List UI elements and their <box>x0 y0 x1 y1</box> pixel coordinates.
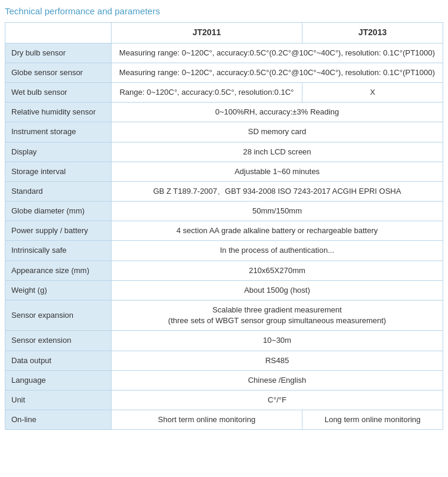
table-row: Data outputRS485 <box>5 351 443 370</box>
row-label: Unit <box>5 390 112 410</box>
row-value: 0~100%RH, accuracy:±3% Reading <box>112 103 443 122</box>
row-label: Sensor expansion <box>5 301 112 331</box>
row-value: Measuring range: 0~120C°, accuracy:0.5C°… <box>112 63 443 82</box>
row-label: Instrument storage <box>5 122 112 142</box>
row-value-left: Range: 0~120C°, accuracy:0.5C°, resoluti… <box>112 82 302 102</box>
row-label: Sensor extension <box>5 331 112 351</box>
table-row: Globe diameter (mm)50mm/150mm <box>5 202 443 221</box>
row-value: Measuring range: 0~120C°, accuracy:0.5C°… <box>112 43 443 63</box>
row-label: Standard <box>5 181 112 201</box>
table-row: On-lineShort term online monitoringLong … <box>5 410 443 430</box>
table-row: UnitC°/°F <box>5 390 443 410</box>
row-label: Power supply / battery <box>5 221 112 241</box>
row-value-right: X <box>302 82 443 102</box>
table-row: Appearance size (mm)210x65X270mm <box>5 261 443 280</box>
table-row: Instrument storageSD memory card <box>5 122 443 142</box>
row-value: 50mm/150mm <box>112 202 443 221</box>
row-value-right: Long term online monitoring <box>302 410 443 430</box>
row-label: Dry bulb sensor <box>5 43 112 63</box>
row-value: Adjustable 1~60 minutes <box>112 162 443 181</box>
params-table: JT2011 JT2013 Dry bulb sensorMeasuring r… <box>5 22 443 430</box>
page-title: Technical performance and parameters <box>5 6 443 16</box>
row-label: Data output <box>5 351 112 370</box>
row-label: Language <box>5 370 112 390</box>
row-label: Appearance size (mm) <box>5 261 112 280</box>
row-label: Globe diameter (mm) <box>5 202 112 221</box>
row-label: Display <box>5 142 112 162</box>
table-row: Power supply / battery4 section AA grade… <box>5 221 443 241</box>
row-value: GB Z T189.7-2007、GBT 934-2008 ISO 7243-2… <box>112 181 443 201</box>
row-value: About 1500g (host) <box>112 280 443 300</box>
row-label: Wet bulb sensor <box>5 82 112 102</box>
header-empty <box>5 23 112 44</box>
row-value: In the process of authentication... <box>112 241 443 261</box>
table-row: Display28 inch LCD screen <box>5 142 443 162</box>
table-row: Intrinsically safeIn the process of auth… <box>5 241 443 261</box>
table-row: Storage intervalAdjustable 1~60 minutes <box>5 162 443 181</box>
row-value: 28 inch LCD screen <box>112 142 443 162</box>
row-value: 10~30m <box>112 331 443 351</box>
row-value: 4 section AA grade alkaline battery or r… <box>112 221 443 241</box>
table-row: Dry bulb sensorMeasuring range: 0~120C°,… <box>5 43 443 63</box>
row-label: Relative humidity sensor <box>5 103 112 122</box>
row-label: Weight (g) <box>5 280 112 300</box>
header-jt2011: JT2011 <box>112 23 302 44</box>
row-label: Intrinsically safe <box>5 241 112 261</box>
row-label: Globe sensor sensor <box>5 63 112 82</box>
row-label: Storage interval <box>5 162 112 181</box>
table-row: Sensor extension10~30m <box>5 331 443 351</box>
table-row: Wet bulb sensorRange: 0~120C°, accuracy:… <box>5 82 443 102</box>
header-jt2013: JT2013 <box>302 23 443 44</box>
row-value: SD memory card <box>112 122 443 142</box>
row-value: 210x65X270mm <box>112 261 443 280</box>
table-row: Weight (g)About 1500g (host) <box>5 280 443 300</box>
table-row: StandardGB Z T189.7-2007、GBT 934-2008 IS… <box>5 181 443 201</box>
table-row: Relative humidity sensor0~100%RH, accura… <box>5 103 443 122</box>
table-row: LanguageChinese /English <box>5 370 443 390</box>
table-row: Sensor expansionScalable three gradient … <box>5 301 443 331</box>
page-container: Technical performance and parameters JT2… <box>0 0 448 436</box>
row-value: Scalable three gradient measurement(thre… <box>112 301 443 331</box>
row-label: On-line <box>5 410 112 430</box>
table-row: Globe sensor sensorMeasuring range: 0~12… <box>5 63 443 82</box>
row-value-left: Short term online monitoring <box>112 410 302 430</box>
row-value: C°/°F <box>112 390 443 410</box>
row-value: Chinese /English <box>112 370 443 390</box>
row-value: RS485 <box>112 351 443 370</box>
